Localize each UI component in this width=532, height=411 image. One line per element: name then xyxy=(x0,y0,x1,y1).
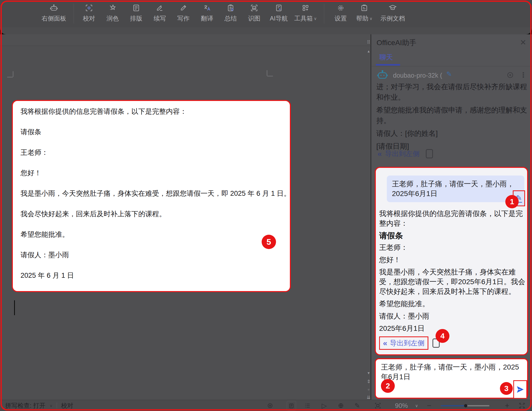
proofread-icon xyxy=(85,4,93,12)
assistant-paragraph: 希望您能批准。 xyxy=(379,299,527,309)
toolbar-item-settings[interactable]: 设置 xyxy=(329,0,352,27)
spell-check-status[interactable]: 拼写检查: 打开 xyxy=(5,402,45,410)
document-paragraph: 我将根据你提供的信息完善请假条，以下是完整内容： xyxy=(21,107,282,116)
toolbar-item-ai-nav[interactable]: AI导航 xyxy=(266,0,292,27)
export-row-previous: « 导出到左侧 xyxy=(378,149,433,158)
toolbar-item-label: AI导航 xyxy=(270,14,288,23)
scroll-up-icon[interactable]: ▴ xyxy=(366,49,371,54)
web-layout-icon[interactable] xyxy=(337,400,345,411)
toolbar-item-label: 排版 xyxy=(130,14,142,23)
drag-handle-icon[interactable]: ⠿ xyxy=(366,39,371,45)
toolbar-separator xyxy=(74,4,74,24)
assistant-paragraph: 进；对于学习，我会在请假后尽快补齐所缺课程和作业。 xyxy=(376,81,528,102)
toolbar-item-label: 右侧面板 xyxy=(42,14,66,23)
page-jump-icon[interactable]: ⇕ xyxy=(366,379,371,384)
more-menu-icon[interactable]: ⋮ xyxy=(520,71,527,79)
visibility-icon[interactable] xyxy=(266,400,274,411)
zoom-chevron-icon[interactable]: ∨ xyxy=(413,400,420,411)
writing-icon xyxy=(179,4,188,12)
fullscreen-icon[interactable] xyxy=(518,400,526,411)
toolbar-item-label: 续写 xyxy=(154,14,166,23)
zoom-out-icon[interactable]: − xyxy=(425,400,433,411)
zoom-slider-handle[interactable] xyxy=(464,404,467,407)
tab-chat[interactable]: 聊天 xyxy=(379,53,393,62)
fit-page-icon[interactable] xyxy=(373,400,382,411)
translate-icon xyxy=(203,4,211,12)
toolbar-item-toolbox[interactable]: 工具箱∨ xyxy=(292,0,319,27)
model-name[interactable]: doubao-pro-32k ( xyxy=(393,72,442,79)
toolbar-item-label: 写作 xyxy=(177,14,190,23)
outline-view-icon[interactable] xyxy=(304,400,311,411)
document-paragraph: 请假人：墨小雨 xyxy=(21,251,282,259)
close-icon[interactable]: ✕ xyxy=(520,38,526,47)
toolbar: 右侧面板 校对 润色 排版 续写 写作 翻译 总结 xyxy=(0,0,532,27)
assistant-paragraph: 希望您能批准我的请假申请，感谢您的理解和支持。 xyxy=(376,105,528,126)
assistant-reply: 我将根据你提供的信息完善请假条，以下是完整内容： 请假条 王老师：您好！我是墨小… xyxy=(379,209,527,336)
ai-nav-icon xyxy=(274,4,283,12)
toolbar-item-summarize[interactable]: 总结 xyxy=(219,0,242,27)
send-icon[interactable] xyxy=(516,385,525,394)
toolbar-item-sample-doc[interactable]: 示例文档 xyxy=(376,0,409,27)
toolbar-item-typeset[interactable]: 排版 xyxy=(124,0,148,27)
document-paragraph: 希望您能批准。 xyxy=(21,230,282,239)
robot-icon xyxy=(50,4,58,12)
tab-divider xyxy=(371,66,532,66)
panel-title: OfficeAI助手 xyxy=(377,38,416,48)
export-to-left-link[interactable]: 导出到左侧 xyxy=(385,149,420,158)
new-chat-icon[interactable] xyxy=(506,71,514,79)
statusbar-separator xyxy=(57,403,57,409)
annotation-circle-4: 4 xyxy=(436,329,449,343)
chat-input[interactable]: 王老师，肚子痛，请假一天，墨小雨，2025年6月1日 xyxy=(381,362,522,382)
toolbar-item-proofread[interactable]: 校对 xyxy=(77,0,101,27)
page-view-icon[interactable] xyxy=(287,401,296,411)
sample-doc-icon xyxy=(388,4,397,12)
toolbar-item-translate[interactable]: 翻译 xyxy=(195,0,219,27)
browse-object-icon[interactable]: ▫ xyxy=(366,387,371,392)
proofread-status[interactable]: 校对 xyxy=(61,402,73,410)
toolbar-item-image-recognition[interactable]: 识图 xyxy=(242,0,266,27)
zoom-in-icon[interactable]: + xyxy=(503,400,511,411)
document-paragraph: 我会尽快好起来，回来后及时补上落下的课程。 xyxy=(21,210,282,218)
zoom-level[interactable]: 90% xyxy=(395,400,408,411)
toolbar-item-label: 总结 xyxy=(224,14,237,23)
document-paragraph: 我是墨小雨，今天突然肚子痛，身体实在难受，想跟您请假一天，即 2025 年 6 … xyxy=(21,189,282,198)
assistant-paragraph: 我是墨小雨，今天突然肚子痛，身体实在难受，想跟您请假一天，即2025年6月1日。… xyxy=(379,267,527,296)
chevron-down-icon[interactable]: ∨ xyxy=(50,403,53,408)
tab-active-underline xyxy=(376,64,400,66)
annotation-circle-1: 1 xyxy=(505,195,519,208)
continue-writing-icon xyxy=(155,4,164,12)
toolbar-item-continue-writing[interactable]: 续写 xyxy=(148,0,172,27)
play-macro-icon[interactable]: ▷ xyxy=(320,400,328,411)
previous-assistant-message: 进；对于学习，我会在请假后尽快补齐所缺课程和作业。希望您能批准我的请假申请，感谢… xyxy=(376,81,528,154)
assistant-paragraph: 请假人：[你的姓名] xyxy=(376,128,528,139)
toolbar-item-label: 工具箱 xyxy=(294,14,313,23)
toolbox-icon xyxy=(301,4,310,12)
assistant-paragraph: 2025年6月1日 xyxy=(379,324,527,333)
toolbar-item-polish[interactable]: 润色 xyxy=(101,0,124,27)
export-left-icon: « xyxy=(383,339,387,347)
scroll-down-icon[interactable]: ▾ xyxy=(366,371,371,375)
annotation-circle-5: 5 xyxy=(262,235,276,249)
zoom-slider[interactable] xyxy=(441,405,489,406)
image-recognition-icon xyxy=(250,4,259,12)
next-page-icon[interactable]: ⇊ xyxy=(366,395,371,400)
document-canvas[interactable]: 我将根据你提供的信息完善请假条，以下是完整内容：请假条王老师：您好！我是墨小雨，… xyxy=(0,34,371,400)
export-to-left-button[interactable]: « 导出到左侧 xyxy=(379,336,428,350)
typeset-icon xyxy=(132,4,141,12)
model-row: doubao-pro-32k ( ✎ ⋮ xyxy=(377,70,527,81)
chat-input-region: 王老师，肚子痛，请假一天，墨小雨，2025年6月1日 2 3 xyxy=(375,358,528,399)
document-highlight-region[interactable]: 我将根据你提供的信息完善请假条，以下是完整内容：请假条王老师：您好！我是墨小雨，… xyxy=(12,100,291,292)
toolbar-item-help[interactable]: 帮助∨ xyxy=(352,0,376,27)
toolbar-item-writing[interactable]: 写作 xyxy=(172,0,195,27)
chat-highlight-region: 王老师，肚子痛，请假一天，墨小雨，2025年6月1日 ✎ 1 我将根据你提供的信… xyxy=(375,167,528,355)
user-message-text: 王老师，肚子痛，请假一天，墨小雨，2025年6月1日 xyxy=(392,180,514,198)
edit-model-icon[interactable]: ✎ xyxy=(446,70,452,78)
app-window: 右侧面板 校对 润色 排版 续写 写作 翻译 总结 xyxy=(0,0,532,411)
copy-icon[interactable] xyxy=(426,149,433,158)
assistant-paragraph: 您好！ xyxy=(379,255,527,265)
pen-tool-icon[interactable]: ✎ xyxy=(353,400,361,411)
chevron-down-icon: ∨ xyxy=(314,16,317,21)
toolbar-item-right-panel[interactable]: 右侧面板 xyxy=(38,0,69,27)
chevron-down-icon: ∨ xyxy=(369,16,372,21)
toolbar-separator xyxy=(324,4,324,24)
